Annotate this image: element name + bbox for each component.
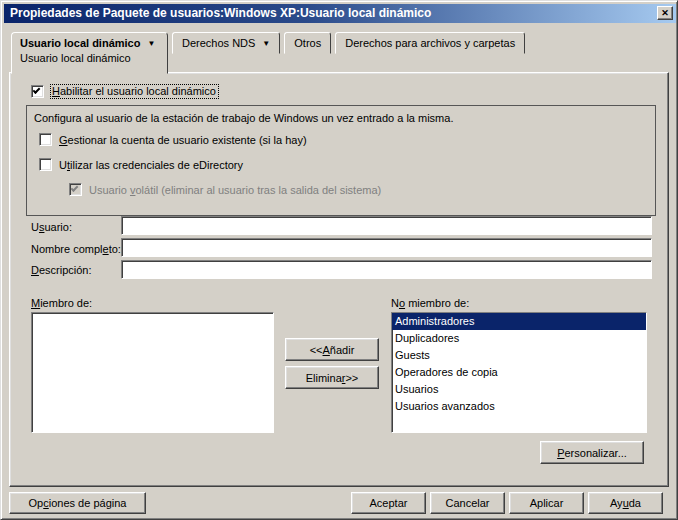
text-run: U (31, 221, 39, 233)
text-run: Nombre compl (31, 243, 103, 255)
text-run: uario: (44, 221, 72, 233)
tab-strip: Derechos NDS▼ Otros Derechos para archiv… (172, 32, 525, 54)
active-tab-label: Usuario local dinámico▼ (12, 33, 167, 50)
text-run: U (59, 159, 67, 171)
text-run: escripción: (39, 264, 92, 276)
not-member-of-label: No miembro de: (391, 297, 469, 309)
properties-dialog: Propiedades de Paquete de usuarios:Windo… (0, 0, 678, 520)
enable-dlu-row: Habilitar el usuario local dinámico (31, 85, 218, 98)
edirectory-credentials-checkbox[interactable] (39, 158, 52, 171)
text-run: Aplicar (530, 497, 564, 509)
tab-derechos-archivos-carpetas[interactable]: Derechos para archivos y carpetas (335, 32, 525, 54)
ok-button[interactable]: Aceptar (351, 492, 426, 514)
text-run: iones de página (49, 497, 127, 509)
page-options-button[interactable]: Opciones de página (9, 492, 146, 514)
text-run: miembro de: (405, 297, 469, 309)
tab-usuario-local-dinamico[interactable]: Usuario local dinámico▼ Usuario local di… (11, 32, 168, 74)
help-button[interactable]: Ayuda (588, 492, 663, 514)
text-run: Otros (294, 37, 321, 49)
text-run: Derechos NDS (182, 37, 255, 49)
enable-dlu-label[interactable]: Habilitar el usuario local dinámico (51, 85, 218, 98)
text-run: estionar la cuenta de usuario existente … (68, 134, 307, 146)
volatile-user-row: Usuario volátil (eliminar al usuario tra… (69, 183, 381, 196)
check-icon (71, 184, 79, 192)
text-run: Cancelar (445, 497, 489, 509)
member-of-label: Miembro de: (31, 297, 92, 309)
group-intro-text: Configura al usuario de la estación de t… (34, 112, 453, 124)
text-run: abilitar el usuario local dinámico (60, 85, 216, 97)
text-run: Ay (610, 497, 623, 509)
manage-existing-label[interactable]: Gestionar la cuenta de usuario existente… (59, 134, 307, 146)
enable-dlu-checkbox[interactable] (31, 85, 44, 98)
volatile-user-label: Usuario volátil (eliminar al usuario tra… (89, 184, 381, 196)
text-run: Usuario local dinámico (20, 37, 140, 49)
text-run: G (59, 134, 68, 146)
check-icon (33, 86, 41, 94)
volatile-user-checkbox (69, 183, 82, 196)
text-run: da (629, 497, 641, 509)
text-run: D (31, 264, 39, 276)
apply-button[interactable]: Aplicar (509, 492, 584, 514)
user-label: Usuario: (31, 221, 72, 233)
edirectory-credentials-label[interactable]: Utilizar las credenciales de eDirectory (59, 159, 243, 171)
text-run: Aceptar (370, 497, 408, 509)
text-run: Op (29, 497, 44, 509)
text-run: Usuario (89, 184, 130, 196)
text-run: H (52, 85, 60, 97)
edirectory-credentials-row: Utilizar las credenciales de eDirectory (39, 158, 243, 171)
text-run: olátil (eliminar al usuario tras la sali… (135, 184, 381, 196)
description-label: Descripción: (31, 264, 92, 276)
active-tab-sublabel: Usuario local dinámico (12, 50, 167, 66)
window-title: Propiedades de Paquete de usuarios:Windo… (10, 6, 431, 20)
close-icon: ✕ (661, 8, 669, 18)
chevron-down-icon: ▼ (147, 39, 155, 48)
chevron-down-icon: ▼ (262, 39, 270, 48)
text-run: ilizar las credenciales de eDirectory (70, 159, 243, 171)
full-name-label: Nombre completo: (31, 243, 121, 255)
manage-existing-checkbox[interactable] (39, 133, 52, 146)
text-run: M (31, 297, 40, 309)
title-bar[interactable]: Propiedades de Paquete de usuarios:Windo… (4, 4, 676, 23)
tab-derechos-nds[interactable]: Derechos NDS▼ (172, 32, 280, 54)
text-run: to: (109, 243, 121, 255)
text-run: Derechos para archivos y carpetas (345, 37, 515, 49)
tab-otros[interactable]: Otros (284, 32, 331, 54)
close-button[interactable]: ✕ (657, 6, 673, 20)
text-run: N (391, 297, 399, 309)
manage-existing-row: Gestionar la cuenta de usuario existente… (39, 133, 307, 146)
cancel-button[interactable]: Cancelar (430, 492, 505, 514)
text-run: iembro de: (40, 297, 92, 309)
